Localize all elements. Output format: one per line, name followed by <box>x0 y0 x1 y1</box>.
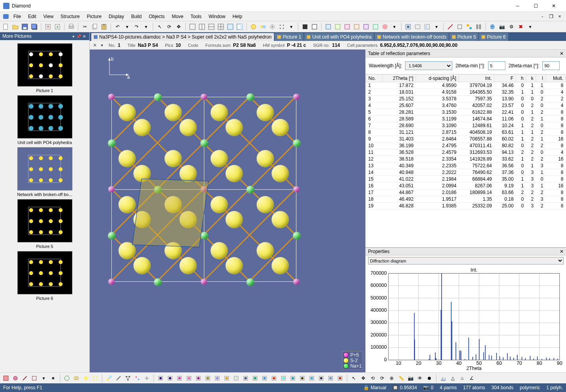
snap-icon[interactable] <box>326 374 335 383</box>
rotate2-icon[interactable]: ⟲ <box>368 374 377 383</box>
menu-move[interactable]: Move <box>169 13 187 20</box>
new-icon[interactable] <box>2 22 10 31</box>
italic-icon[interactable] <box>298 374 307 383</box>
table-row[interactable]: 1744.8672.0186180899.1463.662228 <box>366 189 566 196</box>
angle-icon[interactable]: ∠ <box>467 374 476 383</box>
poly1-icon[interactable] <box>156 374 165 383</box>
center-icon[interactable]: ⊕ <box>387 374 396 383</box>
table-row[interactable]: 218.0314.9158164365.5032.351104 <box>366 89 566 96</box>
table-row[interactable]: 1643.0512.09948267.069.1913116 <box>366 183 566 189</box>
camera-icon[interactable]: 📷 <box>498 22 506 31</box>
globe-icon[interactable] <box>488 22 497 31</box>
menu-objects[interactable]: Objects <box>146 13 168 20</box>
info-drop-icon[interactable]: ▾ <box>101 43 106 48</box>
triangle-icon[interactable]: △ <box>448 374 457 383</box>
btool-circle1-icon[interactable] <box>63 374 71 383</box>
table-row[interactable]: 528.2813.153061622.8822.410128 <box>366 109 566 116</box>
save-all-icon[interactable] <box>30 22 39 31</box>
window-sel-icon[interactable] <box>413 22 422 31</box>
clear-icon[interactable] <box>203 374 212 383</box>
model3-icon[interactable] <box>268 22 277 31</box>
model1-icon[interactable] <box>249 22 258 31</box>
tool-b-icon[interactable] <box>455 22 464 31</box>
table-row[interactable]: 117.8724.9590379704.1934.460118 <box>366 82 566 89</box>
layout3-icon[interactable] <box>207 22 216 31</box>
color-drop-icon[interactable]: ▾ <box>390 22 399 31</box>
structure-viewport[interactable]: ba P+5S-2Na+1 <box>90 50 365 372</box>
btool2-icon[interactable] <box>11 374 20 383</box>
menu-build[interactable]: Build <box>128 13 145 20</box>
paste-icon[interactable] <box>100 22 108 31</box>
btool3-icon[interactable] <box>20 374 29 383</box>
view-c-icon[interactable] <box>343 22 351 31</box>
rotx-icon[interactable] <box>279 374 288 383</box>
centerb-icon[interactable] <box>251 374 259 383</box>
select2-icon[interactable] <box>232 374 240 383</box>
refl-col-8[interactable]: Mult. <box>546 75 566 82</box>
sidebar-pin-icon[interactable]: 📌 <box>76 34 81 39</box>
tool-c-icon[interactable] <box>465 22 474 31</box>
redo-drop-icon[interactable]: ▾ <box>142 22 150 31</box>
poly2-icon[interactable] <box>166 374 174 383</box>
app-menu-icon[interactable] <box>3 14 9 19</box>
view-f-icon[interactable] <box>371 22 380 31</box>
undo-icon[interactable]: ↶ <box>113 22 122 31</box>
save-icon[interactable] <box>20 22 29 31</box>
tab-1[interactable]: Picture 1 <box>275 33 303 41</box>
bond1-icon[interactable] <box>105 374 113 383</box>
window-fit-icon[interactable] <box>404 22 412 31</box>
tab-4[interactable]: Picture 5 <box>449 33 478 41</box>
menu-display[interactable]: Display <box>105 13 127 20</box>
menu-edit[interactable]: Edit <box>25 13 39 20</box>
material-icon[interactable] <box>289 374 297 383</box>
layout1-icon[interactable] <box>188 22 197 31</box>
table-row[interactable]: 1846.4921.95171.350.180238 <box>366 196 566 203</box>
table-row[interactable]: 1136.5282.4579312693.5394.132204 <box>366 149 566 156</box>
grid-dots-icon[interactable] <box>277 22 286 31</box>
menu-help[interactable]: Help <box>229 13 246 20</box>
btool-circle3-icon[interactable] <box>81 374 90 383</box>
thmax-input[interactable] <box>542 61 560 70</box>
table-row[interactable]: 1946.8281.938525332.0925.000328 <box>366 203 566 209</box>
view-d-icon[interactable] <box>352 22 361 31</box>
refl-col-3[interactable]: Int. <box>459 75 494 82</box>
grid-dots-drop-icon[interactable]: ▾ <box>287 22 296 31</box>
menu-view[interactable]: View <box>40 13 57 20</box>
refl-col-2[interactable]: d-spacing [Å] <box>416 75 459 82</box>
flip-icon[interactable] <box>260 374 269 383</box>
table-row[interactable]: 1036.1992.4795470311.4180.820228 <box>366 142 566 149</box>
table-row[interactable]: 1541.0222.198466884.4935.001308 <box>366 176 566 183</box>
bond5-icon[interactable] <box>142 374 151 383</box>
mirror-icon[interactable] <box>270 374 278 383</box>
bold-icon[interactable] <box>307 374 316 383</box>
print-icon[interactable] <box>67 22 76 31</box>
layout2-icon[interactable] <box>198 22 206 31</box>
delete-icon[interactable] <box>194 374 203 383</box>
thumbnail-2[interactable]: Network with broken-off bo... <box>0 147 89 197</box>
measure-icon[interactable]: 📏 <box>397 374 405 383</box>
tool-d-icon[interactable] <box>474 22 483 31</box>
close-button[interactable]: ✕ <box>545 0 563 12</box>
cut-icon[interactable]: ✂ <box>81 22 89 31</box>
move-icon[interactable]: ✥ <box>359 374 368 383</box>
sigma-icon[interactable]: ⌂ <box>458 374 466 383</box>
color-icon[interactable] <box>381 22 389 31</box>
poly4-icon[interactable] <box>185 374 193 383</box>
refl-col-1[interactable]: 2Theta [°] <box>382 75 416 82</box>
close-tool-icon[interactable]: ✖ <box>516 22 525 31</box>
redo-icon[interactable]: ↷ <box>132 22 141 31</box>
thmin-input[interactable] <box>488 61 505 70</box>
thumbnail-1[interactable]: Unit cell with PO4 polyhedra <box>0 95 89 145</box>
window-pane-icon[interactable] <box>423 22 431 31</box>
menu-file[interactable]: File <box>10 13 24 20</box>
refl-panel-close-icon[interactable]: ✕ <box>560 51 564 56</box>
btool-grid-icon[interactable] <box>91 374 100 383</box>
menu-window[interactable]: Window <box>205 13 229 20</box>
btool4-icon[interactable] <box>30 374 39 383</box>
table-row[interactable]: 325.1523.53787597.3513.900022 <box>366 96 566 102</box>
tab-3[interactable]: Network with broken-off bonds <box>375 33 449 41</box>
grip-icon[interactable] <box>336 374 344 383</box>
tab-5[interactable]: Picture 6 <box>479 33 508 41</box>
refl-col-6[interactable]: k <box>526 75 536 82</box>
bond4-icon[interactable] <box>133 374 142 383</box>
